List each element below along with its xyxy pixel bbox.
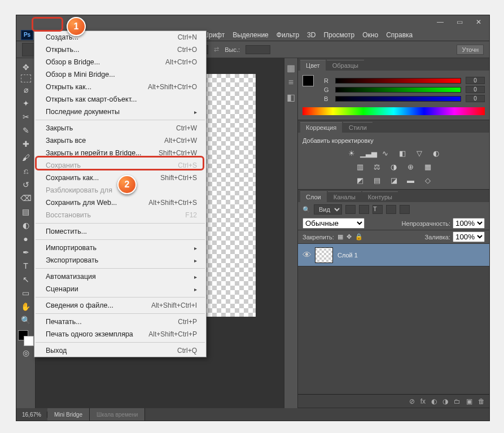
menu-item[interactable]: Создать...Ctrl+N: [34, 31, 206, 43]
filter-type2-icon[interactable]: T: [372, 205, 383, 214]
layer-item[interactable]: 👁 Слой 1: [298, 244, 489, 266]
shape-tool-icon[interactable]: ▭: [19, 287, 33, 299]
menu-item[interactable]: Импортировать▸: [34, 242, 206, 254]
type-tool-icon[interactable]: T: [19, 260, 33, 272]
tab-color[interactable]: Цвет: [300, 60, 326, 71]
opacity-select[interactable]: 100%: [453, 218, 485, 229]
healing-tool-icon[interactable]: ✚: [19, 138, 33, 150]
brush-tool-icon[interactable]: 🖌: [19, 151, 33, 164]
lut-icon[interactable]: ▦: [422, 162, 433, 171]
curves-icon[interactable]: ∿: [380, 148, 391, 158]
photo-filter-icon[interactable]: ◑: [388, 162, 400, 171]
menu-item[interactable]: Сохранить для Web...Alt+Shift+Ctrl+S: [34, 196, 206, 209]
color-swatch[interactable]: [18, 330, 34, 346]
refine-button[interactable]: Уточн: [457, 45, 484, 55]
value-r[interactable]: [466, 77, 485, 84]
hand-tool-icon[interactable]: ✋: [19, 300, 33, 313]
filter-type-icon[interactable]: 🔍: [303, 206, 310, 213]
posterize-icon[interactable]: ▤: [371, 176, 383, 185]
menu-item[interactable]: Закрыть всеAlt+Ctrl+W: [34, 134, 206, 147]
layer-thumbnail[interactable]: [315, 247, 333, 263]
dodge-tool-icon[interactable]: ●: [19, 233, 33, 245]
hue-bar[interactable]: [303, 107, 485, 115]
balance-icon[interactable]: ⚖: [371, 162, 383, 171]
timeline-tab[interactable]: Шкала времени: [90, 408, 145, 421]
brightness-icon[interactable]: ☀: [346, 148, 357, 158]
menu-item[interactable]: Обзор в Bridge...Alt+Ctrl+O: [34, 56, 206, 68]
channel-mixer-icon[interactable]: ⊕: [405, 162, 417, 171]
fx-icon[interactable]: fx: [420, 397, 426, 405]
layer-name[interactable]: Слой 1: [338, 252, 358, 259]
menu-help[interactable]: Справка: [386, 31, 413, 39]
gradient-tool-icon[interactable]: ▤: [19, 205, 33, 218]
lock-pixels-icon[interactable]: ▦: [338, 233, 343, 240]
slider-r[interactable]: [335, 78, 461, 84]
lock-position-icon[interactable]: ✥: [347, 233, 352, 240]
close-button[interactable]: ✕: [472, 18, 485, 26]
tab-styles[interactable]: Стили: [343, 122, 372, 133]
menu-item[interactable]: Последние документы▸: [34, 106, 206, 118]
eyedropper-tool-icon[interactable]: ✎: [19, 124, 33, 137]
tab-paths[interactable]: Контуры: [362, 191, 398, 202]
tab-layers[interactable]: Слои: [300, 191, 327, 202]
minimize-button[interactable]: —: [434, 18, 446, 26]
value-g[interactable]: [466, 86, 485, 93]
levels-icon[interactable]: ▁▃▅: [363, 148, 374, 158]
filter-select[interactable]: Вид: [314, 204, 342, 215]
group-icon[interactable]: 🗀: [454, 397, 461, 405]
invert-icon[interactable]: ◩: [354, 176, 366, 185]
threshold-icon[interactable]: ◪: [388, 176, 400, 185]
slider-b[interactable]: [335, 96, 461, 102]
menu-item[interactable]: ВыходCtrl+Q: [34, 344, 206, 357]
lock-all-icon[interactable]: 🔒: [355, 233, 363, 240]
gradient-map-icon[interactable]: ▬: [405, 176, 417, 185]
blur-tool-icon[interactable]: ◐: [19, 219, 33, 231]
menu-item[interactable]: Обзор в Mini Bridge...: [34, 68, 206, 81]
history-brush-icon[interactable]: ↺: [19, 178, 33, 191]
menu-item[interactable]: Экспортировать▸: [34, 254, 206, 266]
height-input[interactable]: [246, 45, 270, 54]
eraser-tool-icon[interactable]: ⌫: [19, 192, 33, 204]
stamp-tool-icon[interactable]: ⎌: [19, 165, 33, 177]
filter-adjust-icon[interactable]: [359, 205, 369, 214]
delete-layer-icon[interactable]: 🗑: [478, 397, 485, 405]
menu-item[interactable]: Сценарии▸: [34, 283, 206, 295]
menu-item[interactable]: Закрыть и перейти в Bridge...Shift+Ctrl+…: [34, 147, 206, 159]
tab-channels[interactable]: Каналы: [328, 191, 361, 202]
path-tool-icon[interactable]: ↖: [19, 273, 33, 286]
filter-smart-icon[interactable]: [400, 205, 410, 214]
menu-item[interactable]: Открыть как смарт-объект...: [34, 93, 206, 106]
lasso-tool-icon[interactable]: ⌀: [19, 84, 33, 96]
bw-icon[interactable]: ▥: [354, 162, 366, 171]
quickmask-icon[interactable]: ◎: [19, 347, 33, 359]
selective-color-icon[interactable]: ◇: [422, 176, 433, 185]
fill-select[interactable]: 100%: [453, 231, 485, 242]
new-layer-icon[interactable]: ▣: [466, 397, 472, 405]
menu-filter[interactable]: Фильтр: [277, 31, 299, 39]
menu-item[interactable]: Печать одного экземпляраAlt+Shift+Ctrl+P: [34, 328, 206, 340]
zoom-tool-icon[interactable]: 🔍: [19, 314, 33, 326]
minibridge-tab[interactable]: Mini Bridge: [47, 408, 90, 421]
tab-swatches[interactable]: Образцы: [327, 60, 364, 71]
menu-item[interactable]: Печатать...Ctrl+P: [34, 316, 206, 328]
menu-select[interactable]: Выделение: [233, 31, 269, 39]
value-b[interactable]: [466, 95, 485, 102]
link-layers-icon[interactable]: ⊘: [409, 397, 415, 405]
filter-pixel-icon[interactable]: [345, 205, 356, 214]
hue-icon[interactable]: ◐: [431, 148, 442, 158]
menu-item[interactable]: Открыть...Ctrl+O: [34, 43, 206, 56]
visibility-eye-icon[interactable]: 👁: [303, 250, 310, 260]
swap-icon[interactable]: ⇄: [214, 46, 219, 53]
move-tool-icon[interactable]: ✥: [19, 61, 33, 73]
tab-corrections[interactable]: Коррекция: [300, 122, 342, 133]
menu-window[interactable]: Окно: [362, 31, 378, 39]
menu-view[interactable]: Просмотр: [323, 31, 354, 39]
menu-item[interactable]: Открыть как...Alt+Shift+Ctrl+O: [34, 81, 206, 93]
adjustment-layer-icon[interactable]: ◑: [442, 397, 448, 405]
slider-g[interactable]: [335, 87, 461, 93]
blend-mode-select[interactable]: Обычные: [303, 218, 365, 229]
maximize-button[interactable]: ▭: [453, 18, 466, 26]
color-preview[interactable]: [303, 75, 318, 91]
actions-panel-icon[interactable]: ≡: [286, 77, 296, 88]
background-color[interactable]: [24, 336, 34, 346]
